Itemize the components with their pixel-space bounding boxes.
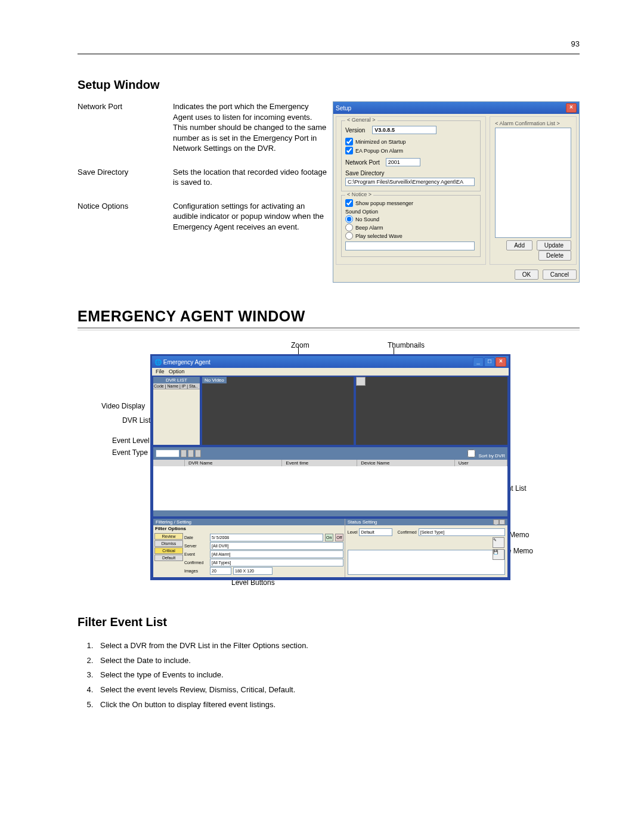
event-list-panel: No ▼ Sort by DVR DVR Name Event time Dev…	[152, 446, 509, 518]
on-button[interactable]: On	[325, 534, 333, 541]
setup-title: Setup	[336, 105, 351, 112]
event-columns: DVR Name Event time Device Name User	[153, 460, 507, 466]
level-default-button[interactable]: Default	[154, 555, 183, 561]
cb-minimized[interactable]: Minimized on Startup	[345, 138, 476, 145]
level-critical-button[interactable]: Critical	[154, 547, 183, 554]
general-legend: < General >	[345, 117, 377, 123]
off-button[interactable]: Off	[335, 534, 343, 541]
memo-textbox[interactable]	[348, 550, 505, 575]
cb-popup[interactable]: Show popup messenger	[345, 199, 476, 207]
eaw-titlebar: 🌐 Emergency Agent _ □ ×	[152, 356, 509, 368]
rb-beep[interactable]: Beep Alarm	[345, 224, 476, 231]
date-select[interactable]: 5/ 5/2008	[210, 534, 323, 541]
filtering-setting-panel: Filtering / Setting Filter Options Revie…	[152, 518, 509, 578]
server-select[interactable]: [All DVR]	[210, 542, 343, 550]
sort-down-icon[interactable]	[188, 450, 194, 457]
savedir-input[interactable]: C:\Program Files\Surveillix\Emergency Ag…	[345, 178, 475, 186]
netport-input[interactable]: 2001	[386, 158, 420, 166]
step-1: Select a DVR from the DVR List in the Fi…	[95, 639, 580, 654]
event-list-body[interactable]	[153, 466, 507, 510]
cancel-button[interactable]: Cancel	[543, 270, 577, 280]
group-general: < General > Version V3.0.8.5 Minimized o…	[341, 120, 481, 191]
callout-video-display: Video Display	[101, 402, 145, 410]
savedir-label: Save Directory	[345, 170, 476, 176]
h1-rule	[78, 327, 580, 330]
step-4: Select the event levels Review, Dismiss,…	[95, 683, 580, 698]
maximize-icon[interactable]: □	[484, 357, 495, 367]
callout-event-type: Event Type	[112, 448, 148, 457]
update-button[interactable]: Update	[537, 240, 571, 250]
term-network-port: Network Port	[78, 101, 173, 154]
ss-title: Status Setting	[348, 519, 377, 525]
wave-path-input[interactable]	[345, 241, 475, 250]
dvr-list-panel[interactable]: DVR LIST Code | Name | IP | Sta..	[152, 376, 201, 446]
emergency-agent-window: 🌐 Emergency Agent _ □ × File Option DVR …	[150, 354, 510, 580]
callout-dvrlist: DVR List	[122, 416, 150, 425]
fo-title: Filter Options	[153, 525, 345, 532]
refresh-icon[interactable]	[195, 450, 201, 457]
close-icon[interactable]: ×	[566, 103, 577, 113]
desc-network-port: Indicates the port which the Emergency A…	[173, 101, 327, 154]
zoom-icon[interactable]	[356, 377, 366, 386]
step-2: Select the Date to include.	[95, 654, 580, 668]
rb-wave[interactable]: Play selected Wave	[345, 232, 476, 240]
netport-label: Network Port	[345, 159, 380, 166]
ok-button[interactable]: OK	[515, 270, 538, 280]
callout-event-level: Event Level	[112, 436, 150, 445]
term-save-dir: Save Directory	[78, 167, 173, 188]
desc-notice: Configuration settings for activating an…	[173, 201, 327, 233]
col-no[interactable]: No ▼	[156, 450, 179, 457]
video-pane-right[interactable]	[355, 376, 509, 446]
setup-dialog: Setup × < General > Version V3.0.8.5 Min…	[333, 101, 580, 283]
menu-file[interactable]: File	[156, 368, 165, 374]
add-button[interactable]: Add	[506, 240, 532, 250]
page-number: 93	[571, 39, 580, 48]
ss-confirmed-select[interactable]: [Select Type]	[419, 528, 505, 536]
filter-heading: Filter Event List	[78, 615, 580, 629]
step-5: Click the On button to display filtered …	[95, 698, 580, 713]
menu-option[interactable]: Option	[169, 368, 185, 374]
event-list-scrollbar[interactable]	[153, 510, 507, 516]
alarm-listbox[interactable]	[495, 128, 571, 238]
save-memo-button[interactable]: 💾	[493, 549, 504, 560]
images-count-select[interactable]: 20	[210, 567, 231, 575]
edit-memo-button[interactable]: ✎	[493, 537, 504, 548]
fs-title: Filtering / Setting	[153, 519, 345, 525]
delete-button[interactable]: Delete	[538, 250, 571, 261]
setup-heading: Setup Window	[78, 78, 580, 92]
ss-level-select[interactable]: Default	[359, 528, 392, 536]
group-notice: < Notice > Show popup messenger Sound Op…	[341, 195, 481, 257]
confirmed-select[interactable]: [All Types]	[210, 559, 343, 566]
dvrlist-columns: Code | Name | IP | Sta..	[153, 383, 200, 389]
event-select[interactable]: [All Alarm]	[210, 550, 343, 558]
cb-eapopup[interactable]: EA Popup On Alarm	[345, 147, 476, 154]
alarmlist-legend: < Alarm Confirmation List >	[495, 120, 571, 126]
ss-max-icon[interactable]: □	[499, 519, 505, 525]
video-pane-left[interactable]: No Video	[201, 376, 355, 446]
filter-steps: Select a DVR from the DVR List in the Fi…	[95, 639, 580, 712]
sortby-cb[interactable]	[467, 450, 475, 457]
sort-up-icon[interactable]	[181, 450, 187, 457]
eaw-heading: EMERGENCY AGENT WINDOW	[78, 308, 580, 325]
callout-zoom: Zoom	[291, 341, 309, 349]
eaw-menubar: File Option	[152, 368, 509, 376]
dvrlist-header: DVR LIST	[153, 377, 200, 383]
eaw-title: Emergency Agent	[163, 359, 210, 366]
step-3: Select the type of Events to include.	[95, 668, 580, 683]
sound-label: Sound Option	[345, 209, 476, 215]
sortby-label: Sort by DVR	[479, 453, 505, 459]
desc-save-dir: Sets the location that recorded video fo…	[173, 167, 327, 188]
version-value: V3.0.8.5	[372, 126, 436, 134]
close-icon[interactable]: ×	[496, 357, 506, 367]
term-notice: Notice Options	[78, 201, 173, 233]
images-size-select[interactable]: 180 X 120	[233, 567, 273, 575]
minimize-icon[interactable]: _	[473, 357, 484, 367]
ss-min-icon[interactable]: _	[493, 519, 499, 525]
setup-titlebar: Setup ×	[333, 102, 579, 114]
level-review-button[interactable]: Review	[154, 533, 183, 540]
notice-legend: < Notice >	[345, 191, 373, 197]
top-rule	[78, 54, 580, 54]
level-dismiss-button[interactable]: Dismiss	[154, 540, 183, 547]
rb-nosound[interactable]: No Sound	[345, 215, 476, 223]
version-label: Version	[345, 127, 365, 134]
